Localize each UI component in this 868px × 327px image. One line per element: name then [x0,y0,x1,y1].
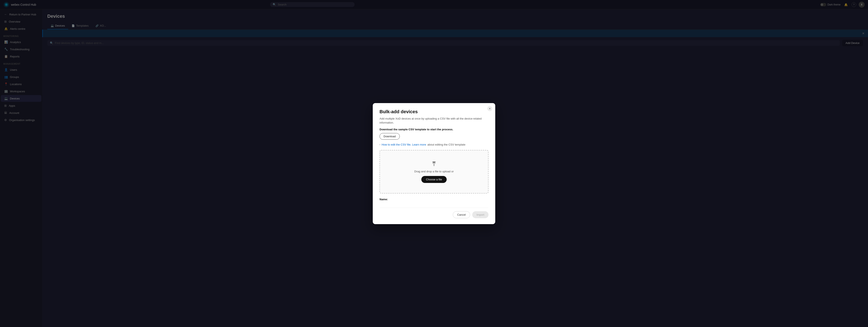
csv-help-text: about editing the CSV template [428,143,465,146]
bulk-add-modal: × Bulk-add devices Add multiple XoD devi… [373,103,495,224]
upload-arrow-icon [431,160,437,167]
cancel-button[interactable]: Cancel [453,211,470,218]
download-button[interactable]: Download [379,133,400,140]
upload-area [385,160,483,167]
modal-overlay: × Bulk-add devices Add multiple XoD devi… [0,0,868,327]
name-field-label: Name: [379,198,489,201]
modal-instruction: Download the sample CSV template to star… [379,128,489,131]
choose-file-button[interactable]: Choose a file [421,176,447,183]
modal-title: Bulk-add devices [379,109,489,115]
csv-help-link[interactable]: How to edit the CSV file. Learn more [382,143,426,146]
modal-subtitle: Add multiple XoD devices at once by uplo… [379,117,489,125]
modal-footer: Cancel Import [379,208,489,218]
import-button[interactable]: Import [472,211,489,218]
drop-zone-text: Drag and drop a file to upload or [385,170,483,173]
file-drop-zone[interactable]: Drag and drop a file to upload or Choose… [379,150,489,194]
csv-help-chevron-icon: › [379,143,380,146]
upload-svg-icon [431,160,437,167]
csv-help-row: › How to edit the CSV file. Learn more a… [379,143,489,146]
modal-close-button[interactable]: × [487,106,492,111]
